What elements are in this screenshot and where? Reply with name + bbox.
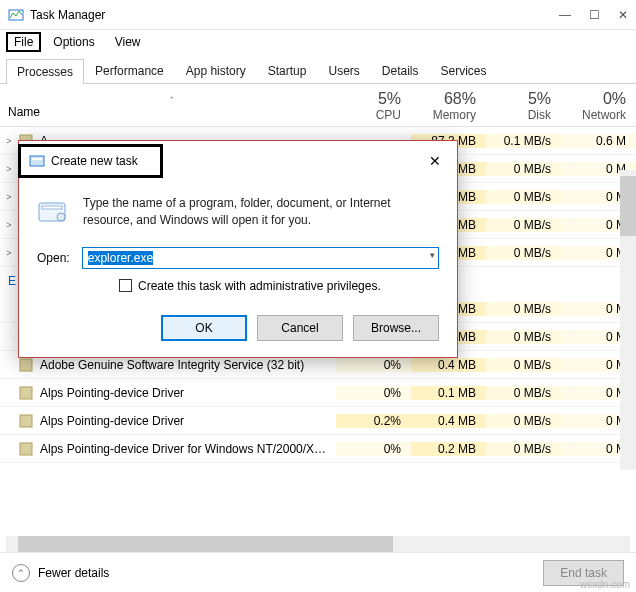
- browse-button[interactable]: Browse...: [353, 315, 439, 341]
- table-row[interactable]: Alps Pointing-device Driver0%0.1 MB0 MB/…: [0, 379, 636, 407]
- watermark: wsxdn.com: [580, 579, 630, 590]
- dialog-close-button[interactable]: ✕: [421, 153, 449, 169]
- cell-cpu: 0%: [336, 386, 411, 400]
- cancel-button[interactable]: Cancel: [257, 315, 343, 341]
- svg-rect-9: [20, 387, 32, 399]
- task-manager-icon: [8, 7, 24, 23]
- column-disk[interactable]: 5% Disk: [486, 90, 561, 122]
- minimize-button[interactable]: —: [559, 8, 571, 22]
- column-name[interactable]: Name: [8, 105, 336, 119]
- cell-memory: 0.4 MB: [411, 358, 486, 372]
- expand-icon[interactable]: >: [0, 192, 18, 202]
- cell-disk: 0 MB/s: [486, 330, 561, 344]
- process-icon: [18, 385, 34, 401]
- cell-disk: 0.1 MB/s: [486, 134, 561, 148]
- cell-network: 0.6 M: [561, 134, 636, 148]
- sort-indicator-icon: ⌃: [8, 95, 336, 105]
- horizontal-scrollbar[interactable]: [6, 536, 630, 552]
- chevron-up-icon: ⌃: [12, 564, 30, 582]
- svg-rect-10: [20, 415, 32, 427]
- maximize-button[interactable]: ☐: [589, 8, 600, 22]
- svg-rect-15: [42, 206, 62, 209]
- tab-processes[interactable]: Processes: [6, 59, 84, 84]
- process-name: Adobe Genuine Software Integrity Service…: [40, 358, 336, 372]
- cell-memory: 0.4 MB: [411, 414, 486, 428]
- dialog-title: Create new task: [51, 154, 138, 168]
- tab-bar: Processes Performance App history Startu…: [0, 54, 636, 84]
- svg-rect-11: [20, 443, 32, 455]
- cell-cpu: 0%: [336, 358, 411, 372]
- cell-disk: 0 MB/s: [486, 246, 561, 260]
- expand-icon[interactable]: >: [0, 248, 18, 258]
- svg-rect-8: [20, 359, 32, 371]
- column-memory[interactable]: 68% Memory: [411, 90, 486, 122]
- tab-app-history[interactable]: App history: [175, 58, 257, 83]
- tab-details[interactable]: Details: [371, 58, 430, 83]
- process-icon: [18, 357, 34, 373]
- column-cpu[interactable]: 5% CPU: [336, 90, 411, 122]
- tab-startup[interactable]: Startup: [257, 58, 318, 83]
- cell-disk: 0 MB/s: [486, 386, 561, 400]
- menu-view[interactable]: View: [107, 32, 149, 52]
- dialog-message: Type the name of a program, folder, docu…: [83, 195, 439, 229]
- cell-disk: 0 MB/s: [486, 302, 561, 316]
- cell-disk: 0 MB/s: [486, 218, 561, 232]
- svg-rect-13: [32, 158, 42, 160]
- svg-point-16: [57, 213, 65, 221]
- expand-icon[interactable]: >: [0, 136, 18, 146]
- ok-button[interactable]: OK: [161, 315, 247, 341]
- window-title: Task Manager: [30, 8, 559, 22]
- expand-icon[interactable]: >: [0, 164, 18, 174]
- open-input[interactable]: [82, 247, 439, 269]
- create-new-task-dialog: Create new task ✕ Type the name of a pro…: [18, 140, 458, 358]
- cell-disk: 0 MB/s: [486, 162, 561, 176]
- expand-icon[interactable]: >: [0, 220, 18, 230]
- tab-performance[interactable]: Performance: [84, 58, 175, 83]
- cell-disk: 0 MB/s: [486, 358, 561, 372]
- menu-options[interactable]: Options: [45, 32, 102, 52]
- svg-rect-0: [9, 10, 23, 20]
- tab-users[interactable]: Users: [317, 58, 370, 83]
- cell-disk: 0 MB/s: [486, 414, 561, 428]
- admin-checkbox[interactable]: [119, 279, 132, 292]
- fewer-details-button[interactable]: ⌃ Fewer details: [12, 564, 543, 582]
- menu-file[interactable]: File: [6, 32, 41, 52]
- svg-rect-12: [30, 156, 44, 166]
- column-network[interactable]: 0% Network: [561, 90, 636, 122]
- process-icon: [18, 441, 34, 457]
- cell-disk: 0 MB/s: [486, 190, 561, 204]
- chevron-down-icon[interactable]: ▾: [430, 250, 435, 260]
- run-program-icon: [37, 195, 69, 227]
- vertical-scrollbar[interactable]: [620, 170, 636, 470]
- process-name: Alps Pointing-device Driver for Windows …: [40, 442, 336, 456]
- cell-memory: 0.1 MB: [411, 386, 486, 400]
- open-label: Open:: [37, 251, 70, 265]
- cell-cpu: 0%: [336, 442, 411, 456]
- tab-services[interactable]: Services: [430, 58, 498, 83]
- cell-memory: 0.2 MB: [411, 442, 486, 456]
- process-icon: [18, 413, 34, 429]
- table-row[interactable]: Alps Pointing-device Driver for Windows …: [0, 435, 636, 463]
- process-name: Alps Pointing-device Driver: [40, 386, 336, 400]
- cell-cpu: 0.2%: [336, 414, 411, 428]
- close-button[interactable]: ✕: [618, 8, 628, 22]
- process-name: Alps Pointing-device Driver: [40, 414, 336, 428]
- cell-disk: 0 MB/s: [486, 442, 561, 456]
- run-dialog-icon: [29, 153, 45, 169]
- admin-label: Create this task with administrative pri…: [138, 279, 381, 293]
- table-row[interactable]: Alps Pointing-device Driver0.2%0.4 MB0 M…: [0, 407, 636, 435]
